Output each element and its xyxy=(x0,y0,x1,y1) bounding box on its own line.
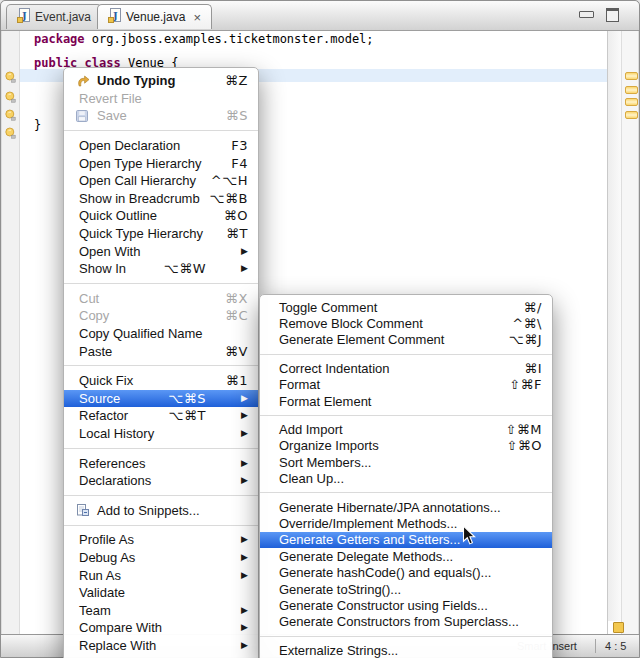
menu-item-label: Toggle Comment xyxy=(279,300,377,315)
menu-item-format-element[interactable]: Format Element xyxy=(260,393,552,409)
menu-item-add-import[interactable]: Add Import⇧⌘M xyxy=(260,421,552,437)
submenu-arrow-icon: ▶ xyxy=(238,476,248,485)
menu-item-generate-element-comment[interactable]: Generate Element Comment⌥⌘J xyxy=(260,332,552,348)
menu-item-format[interactable]: Format⇧⌘F xyxy=(260,377,552,393)
menu-item-shortcut: ⇧⌘O xyxy=(506,438,542,453)
menu-item-quick-outline[interactable]: Quick Outline⌘O xyxy=(64,207,258,225)
menu-separator xyxy=(260,354,552,355)
menu-item-paste[interactable]: Paste⌘V xyxy=(64,342,258,360)
mouse-cursor-icon xyxy=(462,525,477,550)
submenu-arrow-icon: ▶ xyxy=(238,641,248,650)
menu-item-source[interactable]: Source⌥⌘S▶ xyxy=(64,390,258,408)
code-keyword: package xyxy=(34,32,85,46)
menu-item-shortcut: ⌘X xyxy=(225,291,248,306)
menu-item-label: Replace With xyxy=(79,638,156,653)
menu-item-references[interactable]: References▶ xyxy=(64,454,258,472)
tab-venue-java[interactable]: J Venue.java × xyxy=(97,4,212,29)
menu-item-label: Generate Element Comment xyxy=(279,332,444,347)
minimize-icon[interactable] xyxy=(579,11,594,18)
save-icon xyxy=(76,109,93,122)
source-submenu: Toggle Comment⌘/Remove Block Comment^⌘\G… xyxy=(259,294,553,658)
tab-close-icon[interactable]: × xyxy=(193,11,201,24)
snippet-icon xyxy=(76,504,93,517)
menu-item-local-history[interactable]: Local History▶ xyxy=(64,425,258,443)
submenu-arrow-icon: ▶ xyxy=(238,264,248,273)
menu-item-label: Sort Members... xyxy=(279,455,371,470)
submenu-arrow-icon: ▶ xyxy=(238,247,248,256)
menu-item-team[interactable]: Team▶ xyxy=(64,601,258,619)
menu-item-organize-imports[interactable]: Organize Imports⇧⌘O xyxy=(260,438,552,454)
warning-marker-icon[interactable] xyxy=(625,86,638,94)
menu-separator xyxy=(260,415,552,416)
menu-item-validate[interactable]: Validate xyxy=(64,584,258,602)
menu-item-generate-hashcode-and-equals[interactable]: Generate hashCode() and equals()... xyxy=(260,564,552,580)
menu-item-undo-typing[interactable]: Undo Typing⌘Z xyxy=(64,72,258,90)
menu-item-add-to-snippets[interactable]: Add to Snippets... xyxy=(64,501,258,519)
menu-item-debug-as[interactable]: Debug As▶ xyxy=(64,549,258,567)
maximize-icon[interactable] xyxy=(606,8,619,22)
menu-item-label: Remove Block Comment xyxy=(279,316,423,331)
menu-item-override-implement-methods[interactable]: Override/Implement Methods... xyxy=(260,515,552,531)
menu-item-generate-constructor-using-fields[interactable]: Generate Constructor using Fields... xyxy=(260,597,552,613)
menu-item-show-in-breadcrumb[interactable]: Show in Breadcrumb⌥⌘B xyxy=(64,190,258,208)
menu-item-generate-getters-and-setters[interactable]: Generate Getters and Setters... xyxy=(260,532,552,548)
menu-item-copy-qualified-name[interactable]: Copy Qualified Name xyxy=(64,325,258,343)
menu-item-show-in[interactable]: Show In⌥⌘W▶ xyxy=(64,260,258,278)
lightbulb-warning-icon[interactable] xyxy=(4,90,17,103)
menu-item-label: Open Type Hierarchy xyxy=(79,156,202,171)
menu-item-compare-with[interactable]: Compare With▶ xyxy=(64,619,258,637)
menu-item-generate-hibernate-jpa-annotations[interactable]: Generate Hibernate/JPA annotations... xyxy=(260,499,552,515)
menu-item-sort-members[interactable]: Sort Members... xyxy=(260,454,552,470)
menu-item-clean-up[interactable]: Clean Up... xyxy=(260,471,552,487)
menu-item-label: Local History xyxy=(79,426,154,441)
menu-item-correct-indentation[interactable]: Correct Indentation⌘I xyxy=(260,360,552,376)
menu-item-label: Show in Breadcrumb xyxy=(79,191,200,206)
warning-marker-icon[interactable] xyxy=(625,98,638,106)
menu-item-label: Quick Outline xyxy=(79,208,157,223)
menu-item-open-call-hierarchy[interactable]: Open Call Hierarchy^⌥H xyxy=(64,172,258,190)
menu-item-quick-type-hierarchy[interactable]: Quick Type Hierarchy⌘T xyxy=(64,225,258,243)
menu-item-label: Generate Getters and Setters... xyxy=(279,532,460,547)
menu-item-label: Quick Type Hierarchy xyxy=(79,226,203,241)
menu-item-declarations[interactable]: Declarations▶ xyxy=(64,472,258,490)
overview-ruler xyxy=(621,31,638,635)
menu-item-remove-block-comment[interactable]: Remove Block Comment^⌘\ xyxy=(260,315,552,331)
tab-event-java[interactable]: J Event.java xyxy=(6,4,102,29)
menu-item-label: Team xyxy=(79,603,111,618)
menu-item-shortcut: ⌥⌘T xyxy=(169,408,206,423)
menu-separator xyxy=(64,525,258,526)
menu-item-open-with[interactable]: Open With▶ xyxy=(64,242,258,260)
submenu-arrow-icon: ▶ xyxy=(238,535,248,544)
warning-marker-icon[interactable] xyxy=(625,72,638,80)
undo-icon xyxy=(76,74,93,87)
menu-item-externalize-strings[interactable]: Externalize Strings... xyxy=(260,642,552,658)
menu-item-generate-delegate-methods[interactable]: Generate Delegate Methods... xyxy=(260,548,552,564)
menu-item-shortcut: ⌘O xyxy=(224,208,248,223)
menu-item-label: Profile As xyxy=(79,532,134,547)
eclipse-editor-window: J Event.java J Venue.java × package org.… xyxy=(0,0,640,658)
lightbulb-warning-icon[interactable] xyxy=(4,70,17,83)
lightbulb-warning-icon[interactable] xyxy=(4,126,17,139)
menu-item-open-declaration[interactable]: Open DeclarationF3 xyxy=(64,137,258,155)
menu-item-shortcut: ^⌥H xyxy=(211,173,248,188)
menu-item-refactor[interactable]: Refactor⌥⌘T▶ xyxy=(64,407,258,425)
menu-item-run-as[interactable]: Run As▶ xyxy=(64,566,258,584)
menu-item-profile-as[interactable]: Profile As▶ xyxy=(64,531,258,549)
menu-item-label: References xyxy=(79,456,145,471)
menu-item-shortcut: ⌘V xyxy=(225,344,248,359)
menu-item-label: Show In xyxy=(79,261,126,276)
menu-item-label: Organize Imports xyxy=(279,438,379,453)
tab-label: Venue.java xyxy=(126,10,185,24)
menu-item-open-type-hierarchy[interactable]: Open Type HierarchyF4 xyxy=(64,154,258,172)
menu-item-toggle-comment[interactable]: Toggle Comment⌘/ xyxy=(260,299,552,315)
menu-item-replace-with[interactable]: Replace With▶ xyxy=(64,637,258,655)
menu-item-label: Source xyxy=(79,391,120,406)
vertical-scrollbar[interactable] xyxy=(608,31,621,621)
lightbulb-warning-icon[interactable] xyxy=(4,108,17,121)
menu-item-label: Copy xyxy=(79,308,109,323)
menu-item-label: Format Element xyxy=(279,394,371,409)
warning-marker-icon[interactable] xyxy=(625,111,638,119)
menu-item-generate-tostring[interactable]: Generate toString()... xyxy=(260,581,552,597)
menu-item-generate-constructors-from-superclass[interactable]: Generate Constructors from Superclass... xyxy=(260,614,552,630)
menu-item-quick-fix[interactable]: Quick Fix⌘1 xyxy=(64,372,258,390)
